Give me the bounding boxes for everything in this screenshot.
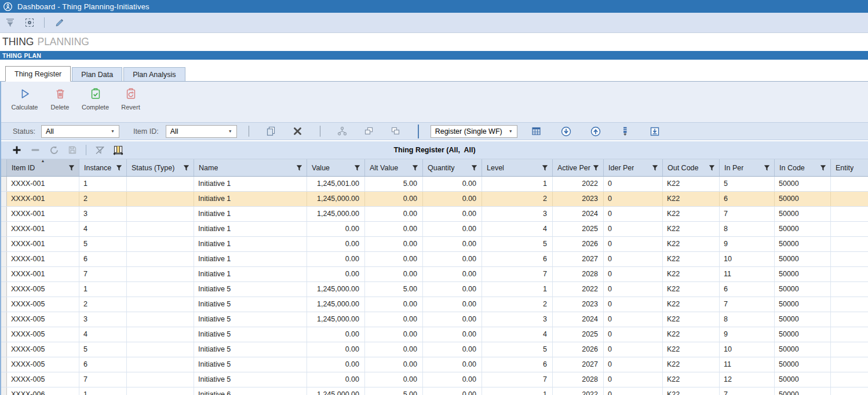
grid-cell[interactable]: XXXX-006 (7, 387, 79, 395)
grid-cell[interactable]: 0.00 (365, 252, 423, 266)
save-icon[interactable] (67, 145, 78, 155)
row-indicator[interactable] (1, 177, 7, 191)
table-row[interactable]: XXXX-0052Initiative 51,245,000.000.000.0… (1, 297, 868, 312)
grid-cell[interactable] (127, 207, 194, 221)
grid-cell[interactable]: 50000 (775, 192, 831, 206)
grid-cell[interactable]: 2023 (553, 297, 604, 312)
grid-cell[interactable]: K22 (663, 327, 720, 342)
grid-cell[interactable]: Initiative 5 (194, 327, 307, 342)
grid-cell[interactable]: 5 (720, 177, 775, 191)
grid-cell[interactable]: XXXX-001 (7, 267, 79, 281)
grid-cell[interactable]: 6 (720, 282, 775, 297)
grid-cell[interactable]: 8 (720, 222, 775, 236)
grid-cell[interactable] (127, 357, 194, 372)
grid-cell[interactable]: XXXX-005 (7, 297, 79, 312)
grid-cell[interactable]: 0.00 (365, 297, 423, 312)
grid-cell[interactable]: 10 (720, 342, 775, 357)
grid-cell[interactable]: 0 (604, 207, 663, 221)
grid-cell[interactable]: K22 (663, 282, 720, 297)
grid-cell[interactable]: 50000 (775, 357, 831, 372)
grid-cell[interactable]: 0.00 (423, 192, 482, 206)
column-filter-icon[interactable] (709, 164, 715, 171)
grid-cell[interactable]: 0.00 (365, 222, 423, 236)
table-row[interactable]: XXXX-0016Initiative 10.000.000.00620270K… (1, 252, 868, 267)
grid-cell[interactable] (831, 267, 868, 281)
grid-cell[interactable]: 0 (604, 297, 663, 312)
grid-cell[interactable]: K22 (663, 387, 720, 395)
grid-cell[interactable]: 0.00 (423, 372, 482, 387)
grid-cell[interactable]: 0.00 (307, 327, 365, 342)
grid-cell[interactable]: 8 (720, 312, 775, 327)
grid-cell[interactable]: 4 (79, 222, 127, 236)
grid-cell[interactable]: XXXX-001 (7, 222, 79, 236)
row-indicator[interactable] (1, 237, 7, 251)
grid-cell[interactable]: 0.00 (423, 387, 482, 395)
row-indicator[interactable] (1, 282, 7, 297)
grid-cell[interactable]: 9 (720, 237, 775, 251)
table-row[interactable]: XXXX-0055Initiative 50.000.000.00520260K… (1, 342, 868, 357)
column-filter-icon[interactable] (116, 164, 122, 171)
grid-cell[interactable]: K22 (663, 252, 720, 266)
grid-cell[interactable]: 0.00 (307, 252, 365, 266)
download-circle-icon[interactable] (561, 126, 571, 137)
grid-cell[interactable]: 0.00 (365, 342, 423, 357)
grid-cell[interactable]: 50000 (775, 387, 831, 395)
column-header-item-id[interactable]: ▲Item ID (7, 159, 79, 176)
grid-cell[interactable]: K22 (663, 177, 720, 191)
grid-cell[interactable]: 0.00 (307, 267, 365, 281)
grid-cell[interactable]: 0.00 (307, 237, 365, 251)
grid-cell[interactable]: K22 (663, 372, 720, 387)
grid-cell[interactable]: 2 (482, 297, 553, 312)
grid-cell[interactable]: 0.00 (423, 357, 482, 372)
grid-cell[interactable]: 0.00 (307, 222, 365, 236)
column-filter-icon[interactable] (593, 164, 599, 171)
grid-cell[interactable]: 1,245,000.00 (307, 192, 365, 206)
column-filter-icon[interactable] (68, 164, 75, 171)
grid-cell[interactable]: 7 (482, 372, 553, 387)
edit-pencil-icon[interactable] (54, 17, 64, 28)
grid-cell[interactable]: 3 (482, 312, 553, 327)
grid-cell[interactable]: 4 (482, 222, 553, 236)
grid-cell[interactable]: 5 (79, 342, 127, 357)
grid-cell[interactable]: Initiative 5 (194, 342, 307, 357)
grid-cell[interactable]: Initiative 1 (194, 222, 307, 236)
grid-cell[interactable]: 7 (720, 207, 775, 221)
grid-cell[interactable]: Initiative 6 (194, 387, 307, 395)
grid-cell[interactable]: 2022 (553, 282, 604, 297)
grid-cell[interactable]: Initiative 1 (194, 192, 307, 206)
grid-cell[interactable]: 50000 (775, 267, 831, 281)
grid-cell[interactable] (127, 192, 194, 206)
grid-cell[interactable]: 0.00 (423, 342, 482, 357)
grid-cell[interactable]: Initiative 5 (194, 312, 307, 327)
grid-cell[interactable]: 5.00 (365, 387, 423, 395)
grid-cell[interactable] (831, 222, 868, 236)
column-header-name[interactable]: Name (194, 159, 307, 176)
grid-cell[interactable]: 2028 (553, 267, 604, 281)
row-indicator[interactable] (1, 222, 7, 236)
row-indicator[interactable] (1, 327, 7, 342)
grid-cell[interactable]: 0.00 (423, 252, 482, 266)
grid-cell[interactable]: XXXX-005 (7, 372, 79, 387)
grid-cell[interactable] (831, 192, 868, 206)
grid-cell[interactable]: Initiative 1 (194, 267, 307, 281)
selection-settings-icon[interactable] (24, 17, 35, 28)
grid-cell[interactable]: 6 (79, 252, 127, 266)
remove-row-icon[interactable] (30, 145, 41, 155)
view-dropdown[interactable]: Register (Single WF) ▼ (431, 125, 517, 138)
grid-cell[interactable]: 50000 (775, 342, 831, 357)
grid-cell[interactable]: 0.00 (365, 237, 423, 251)
grid-cell[interactable]: Initiative 1 (194, 207, 307, 221)
grid-cell[interactable]: 50000 (775, 237, 831, 251)
grid-cell[interactable]: 1 (482, 177, 553, 191)
grid-cell[interactable]: 6 (720, 192, 775, 206)
column-header-out-code[interactable]: Out Code (663, 159, 720, 176)
grid-cell[interactable]: 0 (604, 327, 663, 342)
grid-cell[interactable]: 0.00 (423, 312, 482, 327)
grid-cell[interactable] (831, 252, 868, 266)
grid-cell[interactable] (831, 177, 868, 191)
column-filter-icon[interactable] (412, 164, 418, 171)
column-filter-icon[interactable] (296, 164, 302, 171)
tab-thing-register[interactable]: Thing Register (5, 66, 71, 82)
grid-cell[interactable]: 0 (604, 312, 663, 327)
grid-cell[interactable]: XXXX-005 (7, 312, 79, 327)
